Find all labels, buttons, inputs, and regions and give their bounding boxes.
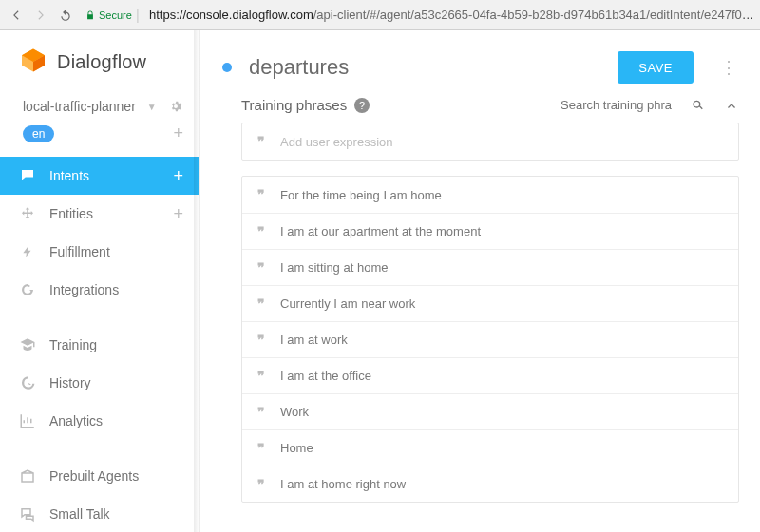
entities-icon xyxy=(19,205,36,222)
language-pill[interactable]: en xyxy=(23,125,54,142)
training-section-title: Training phrases xyxy=(241,97,347,113)
add-phrase-row[interactable]: ❞ xyxy=(242,124,738,160)
training-phrase-row[interactable]: ❞I am at home right now xyxy=(242,466,738,502)
address-bar[interactable]: https://console.dialogflow.com/api-clien… xyxy=(149,8,754,22)
training-phrase-row[interactable]: ❞For the time being I am home xyxy=(242,177,738,213)
agent-selector[interactable]: local-traffic-planner ▼ xyxy=(0,93,199,124)
secure-label: Secure xyxy=(99,10,132,21)
gear-icon[interactable] xyxy=(168,99,183,114)
analytics-icon xyxy=(19,412,36,429)
smalltalk-icon xyxy=(19,505,36,522)
sidebar-item-analytics[interactable]: Analytics xyxy=(0,402,199,440)
brand-name: Dialogflow xyxy=(57,51,146,73)
secure-indicator: Secure xyxy=(86,10,132,21)
quote-icon: ❞ xyxy=(257,296,265,312)
back-button[interactable] xyxy=(6,5,27,26)
collapse-section-icon[interactable] xyxy=(724,98,739,113)
intent-status-dot xyxy=(222,63,232,72)
training-phrase-text: Currently I am near work xyxy=(280,296,415,311)
history-icon xyxy=(19,374,36,391)
reload-button[interactable] xyxy=(55,5,76,26)
forward-button[interactable] xyxy=(30,5,51,26)
sidebar-item-entities[interactable]: Entities + xyxy=(0,195,199,233)
sidebar-item-training[interactable]: Training xyxy=(0,326,199,364)
chevron-down-icon: ▼ xyxy=(147,102,157,112)
dialogflow-logo-icon xyxy=(19,48,48,76)
integrations-icon xyxy=(19,281,36,298)
nav-label: Intents xyxy=(49,168,89,183)
training-phrase-text: I am at the office xyxy=(280,369,371,383)
training-phrase-row[interactable]: ❞I am at work xyxy=(242,321,738,357)
quote-icon: ❞ xyxy=(257,332,265,348)
url-host: https://console.dialogflow.com xyxy=(149,8,314,22)
add-intent-button[interactable]: + xyxy=(173,166,183,186)
quote-icon: ❞ xyxy=(257,224,265,239)
training-phrase-text: I am at home right now xyxy=(280,477,406,491)
training-phrase-text: I am sitting at home xyxy=(280,260,388,275)
nav-label: Training xyxy=(49,337,97,352)
training-phrase-row[interactable]: ❞I am at the office xyxy=(242,357,738,393)
intent-title[interactable]: departures xyxy=(249,55,600,80)
training-phrase-text: Home xyxy=(280,441,314,455)
logo[interactable]: Dialogflow xyxy=(0,30,199,93)
main-content: departures SAVE ⋮ Training phrases ? ❞ xyxy=(200,30,760,532)
quote-icon: ❞ xyxy=(257,477,265,492)
quote-icon: ❞ xyxy=(257,187,265,202)
training-phrase-row[interactable]: ❞I am sitting at home xyxy=(242,249,738,285)
nav-label: Analytics xyxy=(49,413,103,428)
quote-icon: ❞ xyxy=(257,441,265,456)
sidebar-item-intents[interactable]: Intents + xyxy=(0,157,199,195)
quote-icon: ❞ xyxy=(257,260,265,276)
add-entity-button[interactable]: + xyxy=(173,204,183,224)
save-button[interactable]: SAVE xyxy=(618,51,694,84)
sidebar: Dialogflow local-traffic-planner ▼ en + … xyxy=(0,30,200,532)
nav-label: Fulfillment xyxy=(49,244,110,259)
prebuilt-icon xyxy=(19,467,36,484)
nav-label: Integrations xyxy=(49,282,119,297)
quote-icon: ❞ xyxy=(257,405,265,420)
training-phrase-row[interactable]: ❞Currently I am near work xyxy=(242,285,738,321)
training-search-input[interactable] xyxy=(560,98,674,112)
nav-label: History xyxy=(49,375,91,390)
training-phrase-row[interactable]: ❞Work xyxy=(242,393,738,429)
browser-chrome: Secure | https://console.dialogflow.com/… xyxy=(0,0,760,30)
quote-icon: ❞ xyxy=(257,369,265,384)
training-phrase-list: ❞For the time being I am home❞I am at ou… xyxy=(241,176,739,503)
sidebar-item-history[interactable]: History xyxy=(0,364,199,402)
nav-label: Prebuilt Agents xyxy=(49,468,139,484)
training-phrase-text: Work xyxy=(280,405,309,419)
sidebar-item-prebuilt[interactable]: Prebuilt Agents xyxy=(0,457,199,495)
search-icon[interactable] xyxy=(688,98,703,113)
training-icon xyxy=(19,336,36,353)
training-phrase-text: I am at work xyxy=(280,332,348,347)
fulfillment-icon xyxy=(19,243,36,260)
sidebar-item-integrations[interactable]: Integrations xyxy=(0,271,199,309)
help-icon[interactable]: ? xyxy=(354,98,370,113)
nav-label: Entities xyxy=(49,206,93,221)
training-phrase-row[interactable]: ❞I am at our apartment at the moment xyxy=(242,213,738,249)
sidebar-item-fulfillment[interactable]: Fulfillment xyxy=(0,233,199,271)
training-phrase-text: For the time being I am home xyxy=(280,188,442,202)
url-path: /api-client/#/agent/a53c2665-04fa-4b59-b… xyxy=(314,8,754,22)
more-menu-icon[interactable]: ⋮ xyxy=(711,57,739,78)
training-phrase-text: I am at our apartment at the moment xyxy=(280,224,481,238)
sidebar-item-smalltalk[interactable]: Small Talk xyxy=(0,495,199,532)
training-phrase-row[interactable]: ❞Home xyxy=(242,429,738,466)
intents-icon xyxy=(19,167,36,184)
add-language-button[interactable]: + xyxy=(173,124,183,143)
quote-icon: ❞ xyxy=(257,134,265,149)
add-phrase-input[interactable] xyxy=(280,135,723,149)
nav-label: Small Talk xyxy=(49,506,110,522)
agent-name: local-traffic-planner xyxy=(23,99,136,114)
